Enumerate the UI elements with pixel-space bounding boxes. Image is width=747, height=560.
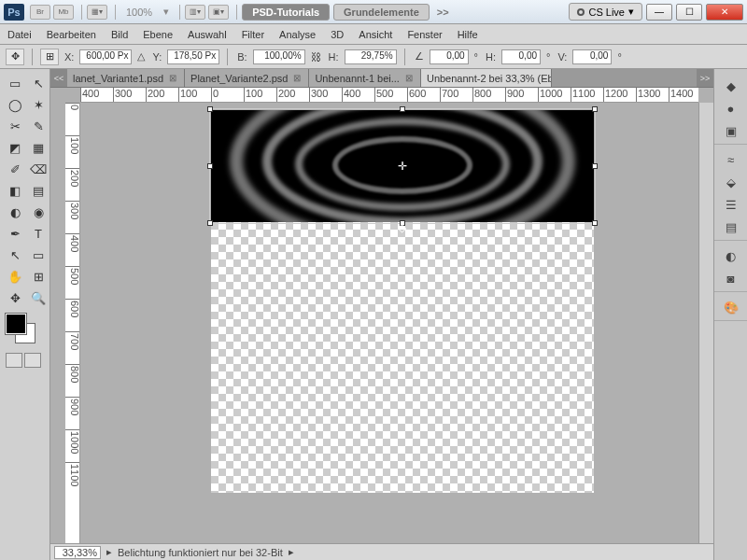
panel-icon[interactable]: ⬙	[721, 173, 741, 191]
tool-9[interactable]: ⌫	[27, 159, 49, 179]
panel-icon[interactable]: 🎨	[721, 298, 741, 316]
grundelemente-button[interactable]: Grundelemente	[333, 4, 430, 21]
tool-11[interactable]: ▤	[27, 180, 49, 201]
menu-analyse[interactable]: Analyse	[279, 29, 316, 40]
tool-7[interactable]: ▦	[27, 137, 49, 158]
ruler-horizontal[interactable]: 4003002001000100200300400500600700800900…	[80, 88, 698, 103]
panel-icon[interactable]: ◆	[721, 77, 741, 95]
menu-ansicht[interactable]: Ansicht	[359, 29, 392, 40]
document-tab[interactable]: Planet_Variante2.psd⊠	[185, 69, 309, 87]
y-field[interactable]: 178,50 Px	[167, 49, 219, 64]
transform-center-icon[interactable]: ✛	[396, 160, 409, 173]
status-bar: 33,33% ▸ Belichtung funktioniert nur bei…	[50, 543, 713, 560]
zoom-level[interactable]: 100%	[126, 7, 152, 18]
tool-1[interactable]: ↖	[27, 73, 49, 93]
status-zoom[interactable]: 33,33%	[54, 546, 101, 559]
tool-8[interactable]: ✐	[4, 159, 26, 179]
panel-icon[interactable]: ≈	[721, 150, 741, 169]
tabs-prev[interactable]: <<	[50, 69, 67, 87]
tabs-next[interactable]: >>	[697, 69, 713, 87]
reference-point-icon[interactable]: ⊞	[40, 49, 59, 65]
arrange-button[interactable]: ▥▾	[185, 5, 205, 20]
tool-13[interactable]: ◉	[27, 202, 49, 222]
menu-ebene[interactable]: Ebene	[143, 29, 173, 40]
menu-fenster[interactable]: Fenster	[407, 29, 442, 40]
h-label: H:	[329, 51, 339, 63]
tool-17[interactable]: ▭	[27, 245, 49, 265]
tool-18[interactable]: ✋	[4, 266, 26, 287]
transform-bounding-box[interactable]: ✛ ◇	[209, 108, 596, 224]
transform-pivot-icon[interactable]: ◇	[398, 221, 406, 234]
ruler-vertical[interactable]: 010020030040050060070080090010001100	[65, 103, 80, 560]
x-field[interactable]: 600,00 Px	[79, 49, 132, 64]
tool-12[interactable]: ◐	[4, 202, 26, 222]
delta-icon[interactable]: △	[137, 50, 145, 63]
document-tab[interactable]: lanet_Variante1.psd⊠	[67, 69, 185, 87]
handle-e[interactable]	[592, 163, 598, 169]
vskew-field[interactable]: 0,00	[572, 49, 612, 64]
menu-datei[interactable]: Datei	[7, 29, 32, 40]
tool-5[interactable]: ✎	[27, 116, 49, 136]
handle-n[interactable]	[400, 106, 405, 112]
tool-16[interactable]: ↖	[4, 245, 26, 265]
tool-14[interactable]: ✒	[4, 223, 26, 244]
close-button[interactable]: ✕	[706, 4, 743, 21]
foreground-color[interactable]	[6, 314, 26, 334]
tool-4[interactable]: ✂	[4, 116, 26, 136]
handle-w[interactable]	[207, 163, 213, 169]
tab-close-icon[interactable]: ⊠	[403, 73, 415, 83]
tab-close-icon[interactable]: ⊠	[167, 73, 178, 83]
menu-auswahl[interactable]: Auswahl	[188, 29, 227, 40]
psd-tutorials-button[interactable]: PSD-Tutorials	[242, 4, 330, 21]
tool-21[interactable]: 🔍	[27, 287, 49, 308]
handle-se[interactable]	[592, 220, 598, 226]
width-field[interactable]: 100,00%	[253, 49, 305, 64]
hskew-field[interactable]: 0,00	[501, 49, 541, 64]
menu-3d[interactable]: 3D	[331, 29, 344, 40]
tool-6[interactable]: ◩	[4, 137, 26, 158]
tool-19[interactable]: ⊞	[27, 266, 49, 287]
menu-hilfe[interactable]: Hilfe	[458, 29, 478, 40]
panel-icon[interactable]: ☰	[721, 195, 741, 214]
tool-0[interactable]: ▭	[4, 73, 26, 93]
menu-filter[interactable]: Filter	[242, 29, 264, 40]
menu-bild[interactable]: Bild	[111, 29, 128, 40]
handle-sw[interactable]	[207, 220, 213, 226]
menu-bearbeiten[interactable]: Bearbeiten	[47, 29, 96, 40]
document-tab[interactable]: Unbenannt-1 bei...⊠	[309, 69, 421, 87]
handle-nw[interactable]	[207, 106, 213, 112]
scrollbar-vertical[interactable]	[698, 103, 713, 560]
rotate-icon: ∠	[415, 50, 424, 63]
maximize-button[interactable]: ☐	[676, 4, 702, 21]
color-swatches[interactable]	[2, 314, 39, 347]
tool-20[interactable]: ✥	[4, 287, 26, 308]
transform-tool-icon[interactable]: ✥	[6, 49, 24, 65]
cs-live-button[interactable]: CS Live▾	[569, 3, 642, 21]
panel-icon[interactable]: ◐	[721, 246, 741, 265]
layout-button[interactable]: ▣▾	[208, 5, 229, 20]
tool-3[interactable]: ✶	[27, 94, 49, 115]
workspace-overflow[interactable]: >>	[437, 7, 449, 18]
status-arrow-icon[interactable]: ▸	[289, 546, 294, 558]
tab-close-icon[interactable]: ⊠	[291, 73, 303, 83]
minibridge-button[interactable]: Mb	[53, 5, 74, 20]
bridge-button[interactable]: Br	[30, 5, 50, 20]
screenmode-button[interactable]	[24, 353, 41, 368]
screen-mode-button[interactable]: ▦▾	[87, 5, 107, 20]
tool-2[interactable]: ◯	[4, 94, 26, 115]
panel-icon[interactable]: ◙	[721, 269, 741, 287]
panel-icon[interactable]: ▣	[721, 121, 741, 140]
panel-icon[interactable]: ●	[721, 99, 741, 118]
document-tab[interactable]: Unbenannt-2 bei 33,3% (Ebene 0, RGB/8) *…	[421, 69, 552, 87]
rotation-field[interactable]: 0,00	[430, 49, 469, 64]
link-icon[interactable]: ⛓	[311, 51, 321, 63]
panel-icon[interactable]: ▤	[721, 217, 741, 236]
height-field[interactable]: 29,75%	[345, 49, 397, 64]
minimize-button[interactable]: —	[646, 4, 672, 21]
handle-ne[interactable]	[592, 106, 598, 112]
tool-15[interactable]: T	[27, 223, 49, 244]
status-arrow-icon[interactable]: ▸	[106, 546, 112, 558]
quickmask-button[interactable]	[6, 353, 22, 368]
tool-10[interactable]: ◧	[4, 180, 26, 201]
canvas-viewport[interactable]: ✛ ◇	[80, 103, 698, 560]
